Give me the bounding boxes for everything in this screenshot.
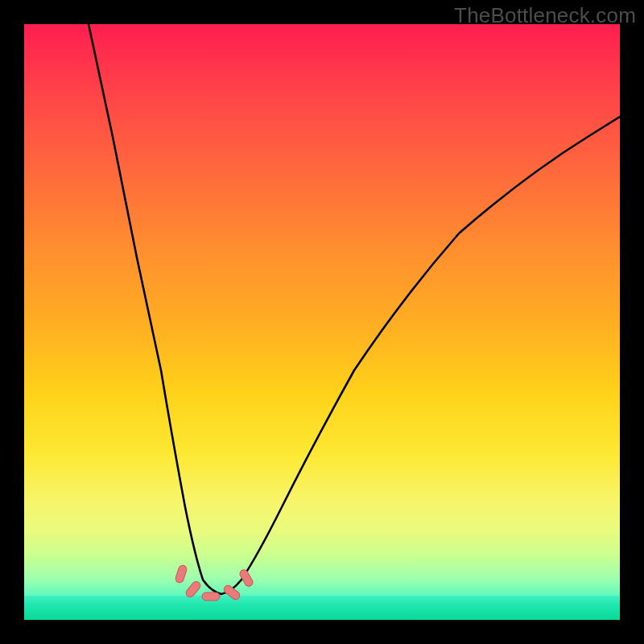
marker-4 (222, 584, 241, 601)
plot-area (24, 24, 620, 620)
marker-5 (238, 568, 254, 588)
marker-2 (184, 580, 202, 598)
watermark-text: TheBottleneck.com (454, 3, 636, 28)
curve-layer (24, 24, 620, 620)
marker-group (175, 564, 254, 601)
marker-3 (202, 592, 220, 601)
chart-frame: TheBottleneck.com (0, 0, 644, 644)
marker-1 (175, 564, 188, 584)
bottleneck-curve (89, 24, 620, 594)
